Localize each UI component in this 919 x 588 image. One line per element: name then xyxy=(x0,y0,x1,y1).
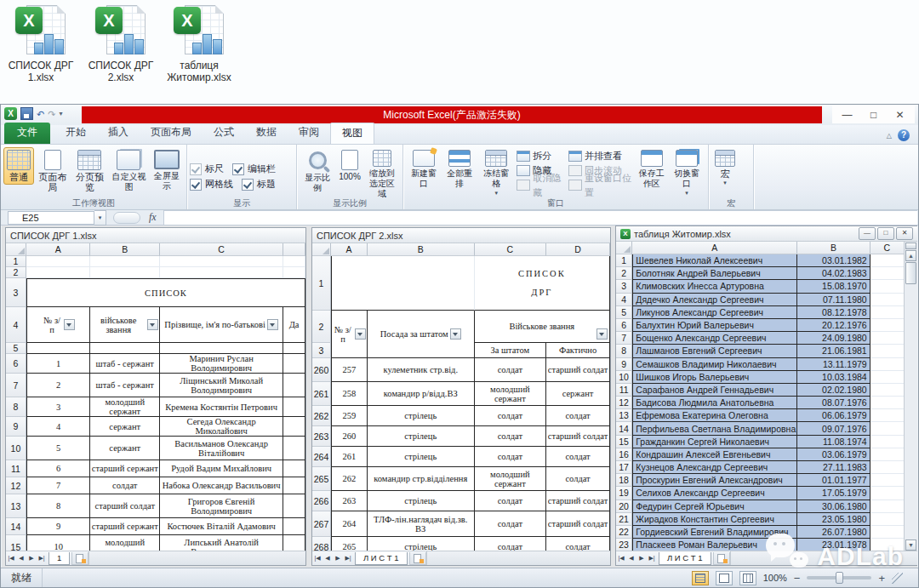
row-header[interactable]: 17 xyxy=(616,461,632,474)
filter-dropdown-button[interactable] xyxy=(355,328,366,340)
column-header[interactable]: A xyxy=(331,243,368,256)
cell[interactable] xyxy=(870,358,905,371)
cell[interactable]: 27.11.1983 xyxy=(797,461,870,474)
cell[interactable]: 09.07.1976 xyxy=(797,422,870,435)
cell[interactable] xyxy=(870,345,905,357)
cell[interactable]: командир р/відд.ВЗ xyxy=(368,382,475,406)
cell[interactable]: 2 xyxy=(26,374,91,397)
cell[interactable] xyxy=(870,526,905,539)
cell[interactable]: Гражданкин Сергей Николаевич xyxy=(632,436,797,448)
cell[interactable]: солдат xyxy=(546,447,610,467)
cell[interactable] xyxy=(26,256,91,267)
cell[interactable] xyxy=(870,254,905,267)
row-header[interactable]: 6 xyxy=(616,319,632,332)
reset-window-position-button[interactable]: 重设窗口位置 xyxy=(568,178,633,192)
cell[interactable]: 8 xyxy=(26,494,91,518)
cell[interactable]: штаб - сержант xyxy=(90,354,160,374)
cell[interactable]: Липський Анатолій Володимирович xyxy=(160,535,283,551)
row-header[interactable]: 18 xyxy=(616,474,632,487)
cell[interactable] xyxy=(26,267,91,278)
sheet-nav-next-icon[interactable]: ▶ xyxy=(636,555,647,562)
row-header[interactable]: 10 xyxy=(6,437,26,460)
sheet-tab[interactable]: Л И С Т 1 xyxy=(659,552,711,565)
sheet-nav-prev-icon[interactable]: ◀ xyxy=(16,555,26,562)
select-all-corner[interactable] xyxy=(312,243,331,256)
row-header[interactable]: 7 xyxy=(616,332,632,345)
row-header[interactable]: 22 xyxy=(616,526,632,539)
table-header-cell[interactable]: № з/п xyxy=(331,311,368,358)
table-header-cell[interactable]: Фактично xyxy=(546,343,610,358)
cell[interactable]: командир стр.відділення xyxy=(368,467,475,491)
sheet-nav-last-icon[interactable]: ▶| xyxy=(37,555,47,562)
redo-icon[interactable]: ↷ xyxy=(48,108,55,120)
row-header[interactable]: 14 xyxy=(616,422,632,435)
cell[interactable]: 13.11.1979 xyxy=(797,358,870,371)
cell[interactable]: старший сержант xyxy=(90,460,160,477)
sheet-nav-next-icon[interactable]: ▶ xyxy=(333,555,343,562)
row-header[interactable]: 8 xyxy=(616,345,632,357)
column-header[interactable] xyxy=(283,243,305,256)
cell[interactable]: Гордиевский Евгений Владимирович xyxy=(632,526,797,539)
cell[interactable]: Семашков Владимир Николаевич xyxy=(632,358,797,371)
ribbon-tab-视图[interactable]: 视图 xyxy=(330,123,374,144)
cell[interactable]: солдат xyxy=(546,537,610,551)
cell[interactable] xyxy=(870,306,905,319)
horizontal-scrollbar[interactable] xyxy=(730,551,917,565)
cell[interactable]: Рудой Вадим Михайлович xyxy=(160,460,283,477)
row-header[interactable]: 263 xyxy=(312,426,331,447)
help-icon[interactable]: ? xyxy=(898,129,910,141)
cell[interactable] xyxy=(870,500,905,513)
cell[interactable]: 03.06.1979 xyxy=(797,448,870,461)
select-all-corner[interactable] xyxy=(6,243,26,256)
sheet-nav-first-icon[interactable]: |◀ xyxy=(616,555,626,562)
cell[interactable]: 17.05.1979 xyxy=(797,487,870,500)
sheet-tab[interactable]: 1 xyxy=(49,552,70,565)
cell[interactable]: 257 xyxy=(331,358,368,382)
row-header[interactable]: 14 xyxy=(6,518,26,535)
desktop-icon[interactable]: XСПИСОК ДРГ 1.xlsx xyxy=(2,5,80,83)
cell[interactable]: сержант xyxy=(90,437,160,460)
cell[interactable] xyxy=(331,256,475,311)
row-header[interactable]: 20 xyxy=(616,500,632,513)
vertical-scrollbar[interactable]: ▲▼ xyxy=(904,242,917,551)
cell[interactable]: 20.12.1976 xyxy=(797,319,870,332)
merged-title-cell[interactable]: СПИСОК ДРГ xyxy=(475,256,610,311)
cell[interactable]: Лашманов Евгений Сергеевич xyxy=(632,345,797,357)
cell[interactable]: 263 xyxy=(331,491,368,511)
sheet-nav-first-icon[interactable]: |◀ xyxy=(312,555,323,562)
insert-worksheet-tab[interactable] xyxy=(713,552,730,565)
scroll-down-button[interactable]: ▼ xyxy=(905,539,916,551)
column-header[interactable]: A xyxy=(632,242,797,254)
cell[interactable]: 08.12.1978 xyxy=(797,306,870,319)
cell[interactable] xyxy=(160,343,283,354)
zoom-button[interactable]: 显示比例 xyxy=(300,147,335,196)
cell[interactable]: солдат xyxy=(475,491,547,511)
cell[interactable]: Проскурин Евгений Александрович xyxy=(632,474,797,487)
cell[interactable] xyxy=(870,371,905,384)
new-window-button[interactable]: 新建窗口 xyxy=(406,147,442,191)
cell[interactable]: Пласкеев Роман Валерьевич xyxy=(632,539,797,551)
column-header[interactable]: C xyxy=(475,243,547,256)
ribbon-tab-插入[interactable]: 插入 xyxy=(97,123,140,144)
cell[interactable]: солдат xyxy=(475,406,547,426)
column-header[interactable]: B xyxy=(368,243,475,256)
cell[interactable] xyxy=(870,436,905,448)
cell[interactable] xyxy=(90,343,160,354)
sheet-nav-next-icon[interactable]: ▶ xyxy=(26,555,37,562)
cell[interactable]: Балухтин Юрий Валерьевич xyxy=(632,319,797,332)
row-header[interactable]: 4 xyxy=(6,307,26,343)
cell[interactable]: сержант xyxy=(546,382,610,406)
cell[interactable] xyxy=(870,539,905,551)
table-header-cell[interactable]: За штатом xyxy=(475,343,547,358)
row-header[interactable]: 5 xyxy=(616,306,632,319)
cell[interactable]: солдат xyxy=(475,426,547,447)
cell[interactable]: Ликунов Александр Сергеевич xyxy=(632,306,797,319)
cell[interactable] xyxy=(26,343,91,354)
qat-customize-icon[interactable]: ▾ xyxy=(59,108,62,120)
table-header-cell[interactable]: Посада за штатом xyxy=(368,311,475,358)
split-button[interactable]: 拆分 xyxy=(517,149,565,163)
cell[interactable] xyxy=(870,474,905,487)
name-box[interactable]: E25 xyxy=(8,211,94,225)
cell[interactable] xyxy=(283,343,305,354)
row-header[interactable]: 266 xyxy=(312,491,331,511)
